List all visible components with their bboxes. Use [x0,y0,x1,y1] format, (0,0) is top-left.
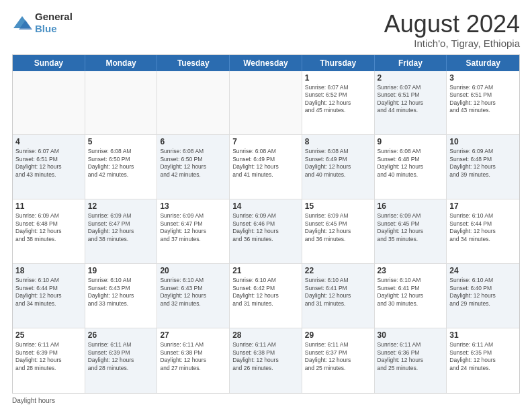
calendar-cell: 23Sunrise: 6:10 AM Sunset: 6:41 PM Dayli… [375,264,447,328]
header: General Blue August 2024 Intich'o, Tigra… [12,11,520,49]
calendar-cell: 26Sunrise: 6:11 AM Sunset: 6:39 PM Dayli… [85,328,158,393]
cell-info: Sunrise: 6:08 AM Sunset: 6:50 PM Dayligh… [160,148,226,179]
day-number: 25 [15,330,82,340]
calendar: SundayMondayTuesdayWednesdayThursdayFrid… [12,54,520,394]
calendar-cell: 14Sunrise: 6:09 AM Sunset: 6:46 PM Dayli… [230,199,302,263]
header-day-friday: Friday [375,55,447,71]
calendar-cell [157,71,230,135]
day-number: 13 [160,201,226,211]
calendar-header: SundayMondayTuesdayWednesdayThursdayFrid… [13,55,519,71]
cell-info: Sunrise: 6:09 AM Sunset: 6:48 PM Dayligh… [449,148,517,179]
cell-info: Sunrise: 6:10 AM Sunset: 6:43 PM Dayligh… [88,277,154,308]
day-number: 22 [305,266,371,275]
day-number: 5 [88,137,154,146]
cell-info: Sunrise: 6:10 AM Sunset: 6:41 PM Dayligh… [305,277,371,308]
calendar-cell: 2Sunrise: 6:07 AM Sunset: 6:51 PM Daylig… [375,71,447,135]
cell-info: Sunrise: 6:07 AM Sunset: 6:51 PM Dayligh… [378,84,444,115]
month-title: August 2024 [384,11,520,38]
calendar-cell: 11Sunrise: 6:09 AM Sunset: 6:48 PM Dayli… [13,199,85,263]
cell-info: Sunrise: 6:10 AM Sunset: 6:43 PM Dayligh… [160,277,226,308]
cell-info: Sunrise: 6:08 AM Sunset: 6:48 PM Dayligh… [378,148,444,179]
day-number: 24 [449,266,517,275]
day-number: 26 [88,330,154,340]
cell-info: Sunrise: 6:09 AM Sunset: 6:46 PM Dayligh… [232,212,299,243]
header-day-thursday: Thursday [302,55,375,71]
calendar-cell: 8Sunrise: 6:08 AM Sunset: 6:49 PM Daylig… [302,135,375,199]
page: General Blue August 2024 Intich'o, Tigra… [0,0,532,411]
calendar-row-1: 4Sunrise: 6:07 AM Sunset: 6:51 PM Daylig… [13,135,519,199]
header-day-sunday: Sunday [13,55,85,71]
calendar-row-0: 1Sunrise: 6:07 AM Sunset: 6:52 PM Daylig… [13,71,519,136]
cell-info: Sunrise: 6:11 AM Sunset: 6:39 PM Dayligh… [88,341,154,372]
calendar-cell: 6Sunrise: 6:08 AM Sunset: 6:50 PM Daylig… [157,135,230,199]
calendar-cell: 31Sunrise: 6:11 AM Sunset: 6:35 PM Dayli… [447,328,519,393]
cell-info: Sunrise: 6:10 AM Sunset: 6:42 PM Dayligh… [232,277,299,308]
day-number: 12 [88,201,154,211]
calendar-cell: 4Sunrise: 6:07 AM Sunset: 6:51 PM Daylig… [13,135,85,199]
calendar-cell: 29Sunrise: 6:11 AM Sunset: 6:37 PM Dayli… [302,328,375,393]
calendar-cell: 18Sunrise: 6:10 AM Sunset: 6:44 PM Dayli… [13,264,85,328]
calendar-cell: 12Sunrise: 6:09 AM Sunset: 6:47 PM Dayli… [85,199,158,263]
logo-icon [12,15,32,31]
calendar-cell: 27Sunrise: 6:11 AM Sunset: 6:38 PM Dayli… [157,328,230,393]
day-number: 6 [160,137,226,146]
cell-info: Sunrise: 6:10 AM Sunset: 6:44 PM Dayligh… [15,277,82,308]
day-number: 20 [160,266,226,275]
calendar-cell: 16Sunrise: 6:09 AM Sunset: 6:45 PM Dayli… [375,199,447,263]
day-number: 27 [160,330,226,340]
cell-info: Sunrise: 6:08 AM Sunset: 6:49 PM Dayligh… [305,148,371,179]
day-number: 2 [378,73,444,83]
cell-info: Sunrise: 6:11 AM Sunset: 6:36 PM Dayligh… [378,341,444,372]
calendar-cell [230,71,302,135]
calendar-cell: 24Sunrise: 6:10 AM Sunset: 6:40 PM Dayli… [447,264,519,328]
calendar-row-2: 11Sunrise: 6:09 AM Sunset: 6:48 PM Dayli… [13,199,519,264]
day-number: 3 [449,73,517,83]
title-block: August 2024 Intich'o, Tigray, Ethiopia [384,11,520,49]
calendar-cell: 13Sunrise: 6:09 AM Sunset: 6:47 PM Dayli… [157,199,230,263]
calendar-cell: 17Sunrise: 6:10 AM Sunset: 6:44 PM Dayli… [447,199,519,263]
cell-info: Sunrise: 6:11 AM Sunset: 6:39 PM Dayligh… [15,341,82,372]
calendar-cell: 28Sunrise: 6:11 AM Sunset: 6:38 PM Dayli… [230,328,302,393]
cell-info: Sunrise: 6:07 AM Sunset: 6:52 PM Dayligh… [305,84,371,115]
day-number: 19 [88,266,154,275]
calendar-cell: 9Sunrise: 6:08 AM Sunset: 6:48 PM Daylig… [375,135,447,199]
cell-info: Sunrise: 6:07 AM Sunset: 6:51 PM Dayligh… [15,148,82,179]
calendar-cell: 10Sunrise: 6:09 AM Sunset: 6:48 PM Dayli… [447,135,519,199]
day-number: 14 [232,201,299,211]
calendar-cell: 30Sunrise: 6:11 AM Sunset: 6:36 PM Dayli… [375,328,447,393]
calendar-cell: 22Sunrise: 6:10 AM Sunset: 6:41 PM Dayli… [302,264,375,328]
cell-info: Sunrise: 6:10 AM Sunset: 6:44 PM Dayligh… [449,212,517,243]
day-number: 9 [378,137,444,146]
calendar-cell: 21Sunrise: 6:10 AM Sunset: 6:42 PM Dayli… [230,264,302,328]
day-number: 8 [305,137,371,146]
day-number: 18 [15,266,82,275]
cell-info: Sunrise: 6:09 AM Sunset: 6:45 PM Dayligh… [305,212,371,243]
header-day-wednesday: Wednesday [230,55,302,71]
calendar-cell: 20Sunrise: 6:10 AM Sunset: 6:43 PM Dayli… [157,264,230,328]
cell-info: Sunrise: 6:09 AM Sunset: 6:45 PM Dayligh… [378,212,444,243]
cell-info: Sunrise: 6:11 AM Sunset: 6:38 PM Dayligh… [160,341,226,372]
day-number: 31 [449,330,517,340]
calendar-body: 1Sunrise: 6:07 AM Sunset: 6:52 PM Daylig… [13,71,519,393]
footer-note: Daylight hours [12,397,520,404]
day-number: 29 [305,330,371,340]
header-day-tuesday: Tuesday [157,55,230,71]
header-day-saturday: Saturday [447,55,519,71]
cell-info: Sunrise: 6:10 AM Sunset: 6:40 PM Dayligh… [449,277,517,308]
cell-info: Sunrise: 6:11 AM Sunset: 6:38 PM Dayligh… [232,341,299,372]
cell-info: Sunrise: 6:11 AM Sunset: 6:37 PM Dayligh… [305,341,371,372]
calendar-row-3: 18Sunrise: 6:10 AM Sunset: 6:44 PM Dayli… [13,264,519,328]
day-number: 17 [449,201,517,211]
day-number: 10 [449,137,517,146]
calendar-cell [85,71,158,135]
calendar-cell: 25Sunrise: 6:11 AM Sunset: 6:39 PM Dayli… [13,328,85,393]
calendar-row-4: 25Sunrise: 6:11 AM Sunset: 6:39 PM Dayli… [13,328,519,393]
calendar-cell: 7Sunrise: 6:08 AM Sunset: 6:49 PM Daylig… [230,135,302,199]
day-number: 11 [15,201,82,211]
calendar-cell: 5Sunrise: 6:08 AM Sunset: 6:50 PM Daylig… [85,135,158,199]
logo: General Blue [12,11,73,35]
cell-info: Sunrise: 6:09 AM Sunset: 6:47 PM Dayligh… [88,212,154,243]
day-number: 1 [305,73,371,83]
day-number: 30 [378,330,444,340]
cell-info: Sunrise: 6:10 AM Sunset: 6:41 PM Dayligh… [378,277,444,308]
